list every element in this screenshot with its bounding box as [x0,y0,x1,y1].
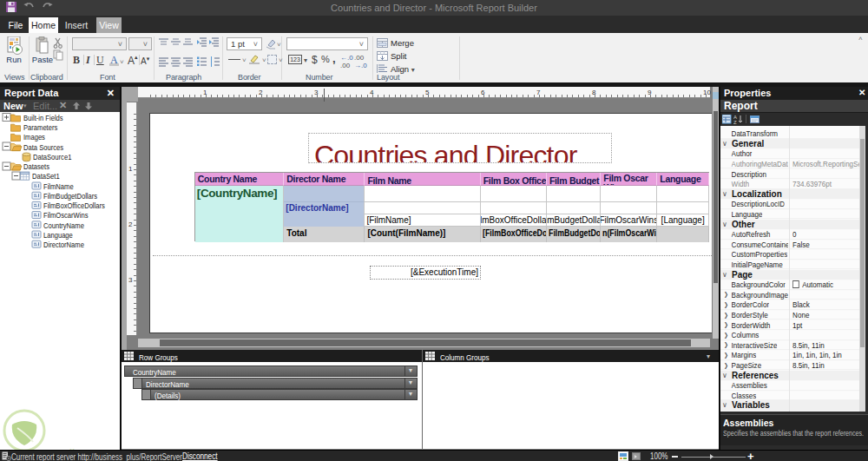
svg-text:Z: Z [733,120,737,124]
